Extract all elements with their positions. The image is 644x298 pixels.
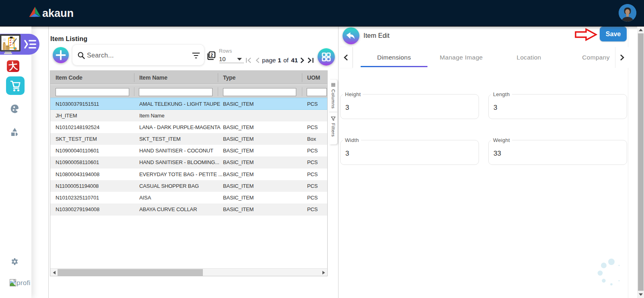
svg-text:akaun: akaun	[42, 7, 74, 19]
svg-text:2: 2	[211, 53, 213, 58]
